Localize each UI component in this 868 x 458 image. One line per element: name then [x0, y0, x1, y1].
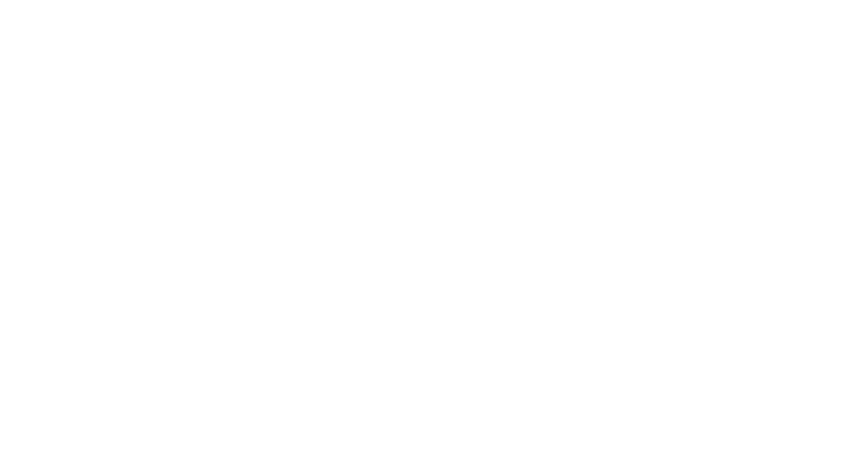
finder-window [0, 0, 868, 458]
